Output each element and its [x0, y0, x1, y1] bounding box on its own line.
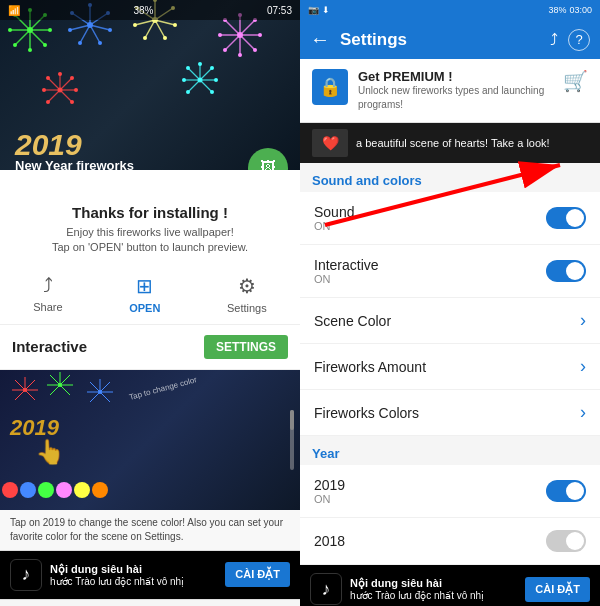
fireworks-colors-title: Fireworks Colors — [314, 405, 580, 421]
sound-title: Sound — [314, 204, 546, 220]
year-2019-item[interactable]: 2019 ON — [300, 465, 600, 518]
fireworks-colors-item[interactable]: Fireworks Colors › — [300, 390, 600, 436]
cart-icon[interactable]: 🛒 — [563, 69, 588, 93]
interactive-toggle[interactable] — [546, 260, 586, 282]
scene-color-title: Scene Color — [314, 313, 580, 329]
svg-point-87 — [210, 66, 214, 70]
svg-point-90 — [186, 90, 190, 94]
interactive-label-group: Interactive ON — [314, 257, 546, 285]
svg-point-28 — [78, 41, 82, 45]
left-tiktok-icon: ♪ — [10, 559, 42, 591]
year-2019-title: 2019 — [314, 477, 546, 493]
thanks-section: Thanks for installing ! Enjoy this firew… — [0, 194, 300, 264]
settings-action[interactable]: ⚙ Settings — [227, 274, 267, 314]
preview-description: Tap on 2019 to change the scene color! A… — [0, 510, 300, 551]
svg-point-58 — [253, 48, 257, 52]
fireworks-amount-title: Fireworks Amount — [314, 359, 580, 375]
open-action[interactable]: ⊞ OPEN — [129, 274, 160, 314]
left-ad-text: Nội dung siêu hài hước Trào lưu độc nhất… — [50, 563, 217, 587]
svg-point-123 — [2, 482, 18, 498]
fireworks-colors-chevron: › — [580, 402, 586, 423]
open-label: OPEN — [129, 302, 160, 314]
svg-point-75 — [46, 100, 50, 104]
gear-icon: ⚙ — [238, 274, 256, 298]
left-status-bar: 📶 38% 07:53 — [0, 0, 300, 20]
svg-point-124 — [20, 482, 36, 498]
left-status-time: 07:53 — [267, 5, 292, 16]
svg-line-118 — [90, 382, 100, 392]
svg-line-70 — [48, 78, 60, 90]
right-content: 🔒 Get PREMIUM ! Unlock new fireworks typ… — [300, 59, 600, 606]
svg-line-67 — [60, 90, 72, 102]
right-toolbar: ← Settings ⤴ ? — [300, 20, 600, 59]
svg-line-82 — [200, 80, 212, 92]
fireworks-amount-label: Fireworks Amount — [314, 359, 580, 375]
open-icon: ⊞ — [136, 274, 153, 298]
fireworks-amount-chevron: › — [580, 356, 586, 377]
svg-point-72 — [70, 76, 74, 80]
sound-setting-item[interactable]: Sound ON — [300, 192, 600, 245]
year-2018-label: 2018 — [314, 533, 546, 549]
interactive-setting-item[interactable]: Interactive ON — [300, 245, 600, 298]
svg-point-44 — [133, 23, 137, 27]
svg-point-89 — [210, 90, 214, 94]
year-2019-label: 2019 ON — [314, 477, 546, 505]
sound-toggle[interactable] — [546, 207, 586, 229]
toolbar-title: Settings — [340, 30, 540, 50]
interactive-bar: Interactive SETTINGS — [0, 325, 300, 370]
help-button[interactable]: ? — [568, 29, 590, 51]
sound-label: Sound ON — [314, 204, 546, 232]
status-notification-icons: 📷 ⬇ — [308, 5, 330, 15]
svg-point-63 — [238, 53, 242, 57]
left-ad-line2: hước Trào lưu độc nhất vô nhị — [50, 576, 217, 587]
action-bar: ⤴ Share ⊞ OPEN ⚙ Settings — [0, 264, 300, 325]
svg-line-48 — [240, 20, 255, 35]
fireworks-amount-item[interactable]: Fireworks Amount › — [300, 344, 600, 390]
svg-point-42 — [163, 36, 167, 40]
thanks-subtitle: Enjoy this fireworks live wallpaper!Tap … — [20, 225, 280, 256]
left-install-button[interactable]: CÀI ĐẶT — [225, 562, 290, 587]
share-icon[interactable]: ⤴ — [550, 31, 558, 49]
interactive-label: Interactive — [12, 338, 87, 355]
year-2019-toggle[interactable] — [546, 480, 586, 502]
svg-line-50 — [240, 35, 255, 50]
svg-line-113 — [100, 382, 110, 392]
share-action[interactable]: ⤴ Share — [33, 274, 62, 314]
back-button[interactable]: ← — [310, 28, 330, 51]
svg-line-110 — [50, 375, 60, 385]
year-2018-toggle[interactable] — [546, 530, 586, 552]
svg-point-27 — [98, 41, 102, 45]
svg-line-3 — [30, 30, 45, 45]
settings-button[interactable]: SETTINGS — [204, 335, 288, 359]
svg-point-125 — [38, 482, 54, 498]
svg-line-99 — [25, 390, 35, 400]
svg-point-12 — [13, 43, 17, 47]
left-ad-bar: ♪ Nội dung siêu hài hước Trào lưu độc nh… — [0, 551, 300, 599]
right-ad-line2: hước Trào lưu độc nhất vô nhị — [350, 590, 517, 601]
sound-colors-section-header: Sound and colors — [300, 163, 600, 192]
svg-point-11 — [43, 43, 47, 47]
status-right: 38% 03:00 — [548, 5, 592, 15]
svg-point-60 — [218, 33, 222, 37]
svg-point-73 — [74, 88, 78, 92]
svg-point-10 — [48, 28, 52, 32]
settings-list: Sound ON Interactive ON Scene — [300, 192, 600, 436]
fireworks-colors-label: Fireworks Colors — [314, 405, 580, 421]
svg-text:2019: 2019 — [9, 415, 60, 440]
fireworks-background: 2019 New Year fireworks 🖼 — [0, 0, 300, 170]
svg-point-77 — [46, 76, 50, 80]
scene-color-item[interactable]: Scene Color › — [300, 298, 600, 344]
svg-point-59 — [223, 48, 227, 52]
right-install-button[interactable]: CÀI ĐẶT — [525, 577, 590, 602]
premium-card[interactable]: 🔒 Get PREMIUM ! Unlock new fireworks typ… — [300, 59, 600, 123]
interactive-title: Interactive — [314, 257, 546, 273]
svg-point-26 — [108, 28, 112, 32]
year-2018-item[interactable]: 2018 — [300, 518, 600, 565]
right-ad-bar: ♪ Nội dung siêu hài hước Trào lưu độc nh… — [300, 565, 600, 606]
svg-point-13 — [8, 28, 12, 32]
svg-line-65 — [60, 78, 72, 90]
right-status-time: 03:00 — [569, 5, 592, 15]
thanks-title: Thanks for installing ! — [20, 204, 280, 221]
left-panel: 📶 38% 07:53 — [0, 0, 300, 606]
svg-point-78 — [58, 72, 62, 76]
